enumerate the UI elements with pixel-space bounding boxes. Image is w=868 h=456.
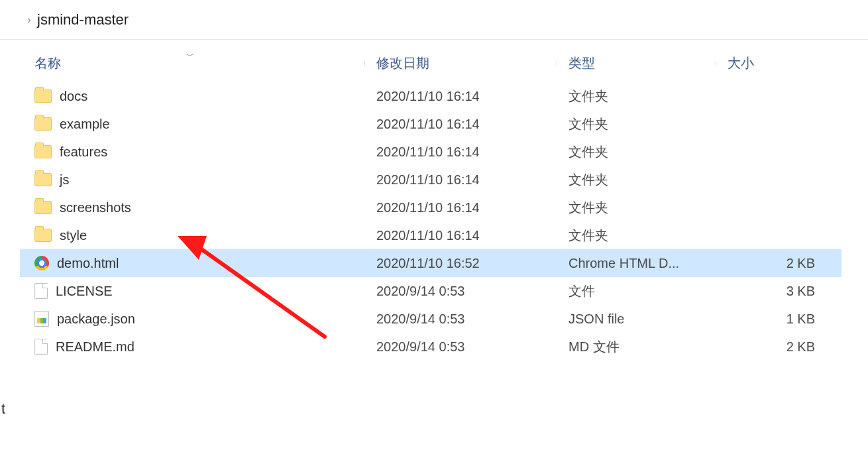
- column-header-name-label: 名称: [34, 54, 61, 72]
- column-header-size[interactable]: 大小: [716, 54, 822, 72]
- cell-type: 文件夹: [557, 171, 716, 189]
- cell-date: 2020/9/14 0:53: [364, 312, 557, 327]
- file-icon: [34, 283, 48, 299]
- folder-icon: [34, 229, 52, 242]
- file-name: demo.html: [57, 256, 119, 271]
- file-row[interactable]: package.json2020/9/14 0:53JSON file1 KB: [20, 305, 841, 333]
- cell-name: screenshots: [20, 200, 364, 215]
- cell-date: 2020/11/10 16:14: [364, 200, 557, 215]
- stray-text: t: [1, 400, 5, 418]
- json-icon: [34, 311, 49, 327]
- cell-type: JSON file: [557, 312, 716, 327]
- file-row[interactable]: demo.html2020/11/10 16:52Chrome HTML D..…: [20, 249, 841, 277]
- file-name: features: [60, 144, 107, 160]
- cell-date: 2020/11/10 16:14: [364, 144, 557, 160]
- cell-type: 文件: [557, 282, 716, 300]
- cell-name: README.md: [20, 339, 364, 355]
- address-bar: › jsmind-master: [0, 0, 868, 40]
- cell-type: Chrome HTML D...: [557, 256, 716, 271]
- column-header-type-label: 类型: [569, 54, 595, 72]
- file-name: package.json: [57, 312, 135, 327]
- cell-date: 2020/11/10 16:52: [364, 256, 557, 271]
- file-row[interactable]: LICENSE2020/9/14 0:53文件3 KB: [20, 277, 841, 305]
- cell-name: js: [20, 172, 364, 188]
- cell-size: 1 KB: [716, 312, 822, 327]
- cell-name: example: [20, 117, 364, 132]
- file-name: js: [60, 172, 69, 188]
- cell-type: 文件夹: [557, 115, 716, 133]
- file-row[interactable]: docs2020/11/10 16:14文件夹: [20, 82, 841, 110]
- cell-size: 3 KB: [716, 284, 822, 299]
- file-name: example: [60, 117, 110, 132]
- cell-name: LICENSE: [20, 283, 364, 299]
- chevron-right-icon[interactable]: ›: [21, 14, 37, 26]
- cell-date: 2020/11/10 16:14: [364, 117, 557, 132]
- file-name: README.md: [56, 339, 135, 355]
- column-header-name[interactable]: 名称 ﹀: [20, 54, 364, 72]
- file-name: LICENSE: [56, 284, 113, 299]
- folder-icon: [34, 145, 52, 158]
- file-row[interactable]: js2020/11/10 16:14文件夹: [20, 166, 841, 194]
- file-row[interactable]: README.md2020/9/14 0:53MD 文件2 KB: [20, 333, 841, 361]
- sort-indicator-icon: ﹀: [186, 50, 195, 62]
- cell-type: 文件夹: [557, 87, 716, 105]
- cell-date: 2020/11/10 16:14: [364, 172, 557, 188]
- cell-date: 2020/9/14 0:53: [364, 284, 557, 299]
- file-listing: 名称 ﹀ 修改日期 类型 大小 docs2020/11/10 16:14文件夹e…: [20, 46, 841, 361]
- folder-icon: [34, 89, 52, 103]
- breadcrumb[interactable]: › jsmind-master: [17, 5, 863, 34]
- cell-name: demo.html: [20, 256, 364, 271]
- file-name: style: [60, 228, 87, 243]
- cell-name: features: [20, 144, 364, 160]
- column-header-size-label: 大小: [728, 54, 754, 72]
- cell-name: package.json: [20, 311, 364, 327]
- column-header-date[interactable]: 修改日期: [364, 54, 557, 72]
- file-row[interactable]: style2020/11/10 16:14文件夹: [20, 221, 841, 249]
- column-header-type[interactable]: 类型: [557, 54, 716, 72]
- breadcrumb-folder[interactable]: jsmind-master: [37, 11, 129, 28]
- folder-icon: [34, 117, 52, 131]
- file-row[interactable]: example2020/11/10 16:14文件夹: [20, 110, 841, 138]
- cell-size: 2 KB: [716, 256, 822, 271]
- file-rows: docs2020/11/10 16:14文件夹example2020/11/10…: [20, 82, 841, 361]
- cell-type: 文件夹: [557, 227, 716, 245]
- folder-icon: [34, 173, 52, 186]
- file-row[interactable]: features2020/11/10 16:14文件夹: [20, 138, 841, 166]
- file-name: screenshots: [60, 200, 131, 215]
- cell-name: style: [20, 228, 364, 243]
- column-header-date-label: 修改日期: [376, 54, 429, 72]
- chrome-icon: [34, 256, 49, 270]
- cell-type: MD 文件: [557, 338, 716, 356]
- file-icon: [34, 339, 48, 355]
- cell-type: 文件夹: [557, 199, 716, 217]
- cell-name: docs: [20, 89, 364, 104]
- cell-size: 2 KB: [716, 339, 822, 355]
- file-row[interactable]: screenshots2020/11/10 16:14文件夹: [20, 194, 841, 221]
- file-name: docs: [60, 89, 87, 104]
- column-header-row: 名称 ﹀ 修改日期 类型 大小: [20, 46, 841, 80]
- cell-date: 2020/11/10 16:14: [364, 89, 557, 104]
- cell-type: 文件夹: [557, 143, 716, 161]
- cell-date: 2020/9/14 0:53: [364, 339, 557, 355]
- cell-date: 2020/11/10 16:14: [364, 228, 557, 243]
- folder-icon: [34, 201, 52, 214]
